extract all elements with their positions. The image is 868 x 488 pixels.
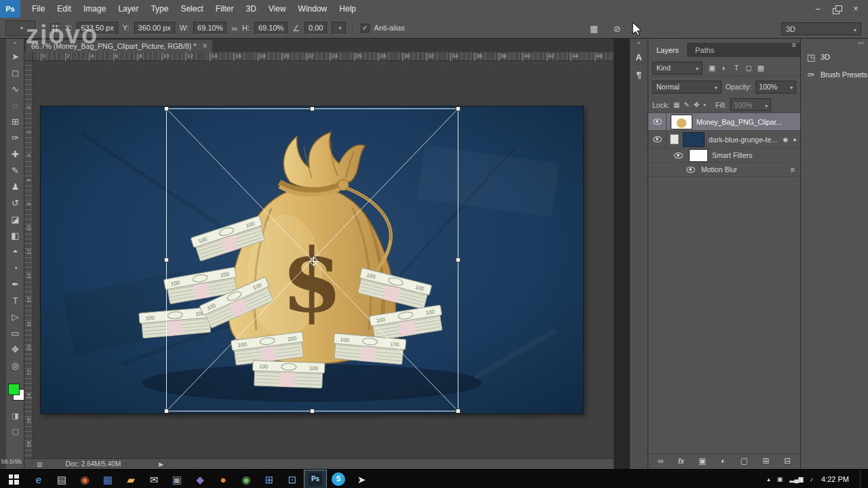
clone-stamp-tool[interactable]: ♟ (6, 178, 24, 195)
character-panel-icon[interactable]: A (630, 48, 648, 66)
visibility-toggle[interactable] (648, 131, 667, 148)
opacity-field[interactable]: 100% (755, 81, 796, 94)
strip-collapse-icon[interactable]: « (630, 39, 648, 48)
taskbar-ie[interactable]: e (27, 470, 50, 488)
adjustment-layer-icon[interactable]: ◐ (721, 456, 726, 466)
shape-tool[interactable]: ▭ (6, 325, 24, 341)
screen-mode-button[interactable]: ▢ (6, 424, 24, 439)
taskbar-media-player[interactable]: ◉ (73, 470, 96, 488)
transform-handle-bottom-right[interactable] (456, 409, 460, 413)
menu-type[interactable]: Type (144, 0, 174, 18)
type-tool[interactable]: T (6, 292, 24, 308)
taskbar-app-window[interactable]: ⊞ (258, 470, 281, 488)
cancel-transform-button[interactable] (609, 22, 625, 35)
taskbar-monitor[interactable]: ⊡ (281, 470, 304, 488)
taskbar-chrome[interactable]: ◉ (235, 470, 258, 488)
paragraph-panel-icon[interactable]: ¶ (630, 66, 648, 83)
taskbar-app-blue[interactable]: ▦ (96, 470, 119, 488)
status-options-arrow-icon[interactable]: ▶ (159, 461, 163, 468)
rotation-field[interactable]: 0.00 (304, 22, 327, 35)
layer-name[interactable]: dark-blue-grunge-te... (709, 136, 777, 144)
canvas-viewport[interactable]: 100 100 (33, 61, 614, 458)
close-button[interactable]: × (846, 1, 865, 16)
eraser-tool[interactable]: ◪ (6, 211, 24, 227)
filter-mask-thumbnail[interactable] (689, 149, 708, 162)
dodge-tool[interactable]: ◔ (6, 260, 24, 276)
taskbar-mail[interactable]: ✉ (142, 470, 165, 488)
filter-kind-dropdown[interactable]: Kind (652, 62, 703, 75)
menu-select[interactable]: Select (174, 0, 209, 18)
filter-type-layers-icon[interactable]: T (732, 64, 741, 73)
filter-pixel-layers-icon[interactable]: ▣ (707, 64, 717, 73)
taskbar-app-violet[interactable]: ◆ (189, 470, 212, 488)
layer-row-money-bag[interactable]: Money_Bag_PNG_Clipar... (648, 113, 800, 131)
anti-alias-checkbox[interactable] (361, 24, 370, 33)
new-layer-icon[interactable]: ⊞ (762, 456, 769, 466)
dock-collapse-icon[interactable]: «« (801, 39, 868, 48)
y-position-field[interactable]: 360.00 px (134, 22, 175, 35)
tab-paths[interactable]: Paths (687, 43, 722, 57)
lock-pixels-icon[interactable]: ✎ (684, 101, 690, 108)
healing-brush-tool[interactable]: ✚ (6, 146, 24, 162)
close-tab-icon[interactable]: × (202, 41, 207, 51)
width-field[interactable]: 69.10% (193, 22, 226, 35)
maintain-aspect-ratio-icon[interactable] (231, 22, 237, 34)
marquee-tool[interactable]: ◻ (6, 64, 24, 81)
transform-handle-top-center[interactable] (310, 106, 315, 111)
hand-tool[interactable]: ✥ (6, 341, 24, 357)
gradient-tool[interactable]: ◧ (6, 227, 24, 243)
eyedropper-tool[interactable]: ✑ (6, 129, 24, 146)
panel-3d[interactable]: ◳3D (801, 48, 868, 66)
layer-row-background-texture[interactable]: dark-blue-grunge-te... ◉ ▲ (648, 131, 800, 148)
move-tool[interactable]: ➤ (6, 48, 24, 64)
lock-all-icon[interactable]: ▪ (703, 101, 706, 108)
workspace-switcher[interactable]: 3D (781, 22, 861, 35)
collapse-smart-filters-icon[interactable]: ▲ (792, 136, 797, 142)
menu-3d[interactable]: 3D (239, 0, 262, 18)
layer-thumbnail[interactable] (683, 132, 705, 147)
filter-shape-layers-icon[interactable]: ◻ (744, 64, 753, 73)
tray-status-icon[interactable]: ▣ (777, 476, 783, 483)
restore-button[interactable] (827, 1, 846, 16)
menu-edit[interactable]: Edit (51, 0, 77, 18)
lock-position-icon[interactable]: ✥ (694, 101, 699, 108)
layer-style-icon[interactable]: fx (678, 458, 684, 465)
transform-reference-point[interactable] (310, 258, 317, 265)
filter-blending-options-icon[interactable]: ≡ (791, 165, 795, 174)
path-selection-tool[interactable]: ▷ (6, 308, 24, 325)
lock-transparency-icon[interactable]: ▦ (673, 101, 679, 108)
blend-mode-dropdown[interactable]: Normal (652, 81, 722, 94)
tray-expand-icon[interactable]: ▴ (767, 476, 770, 483)
panel-menu-icon[interactable]: ≡ (792, 41, 796, 49)
zoom-tool[interactable]: ◎ (6, 357, 24, 373)
start-button[interactable] (0, 470, 27, 488)
taskbar-explorer[interactable]: ▤ (50, 470, 73, 488)
filter-adjustment-layers-icon[interactable]: ◐ (719, 64, 729, 73)
menu-file[interactable]: File (26, 0, 51, 18)
menu-help[interactable]: Help (333, 0, 362, 18)
transform-handle-top-right[interactable] (456, 106, 460, 111)
minimize-button[interactable]: – (808, 1, 827, 16)
transform-handle-bottom-center[interactable] (310, 409, 315, 413)
transform-handle-top-left[interactable] (164, 106, 169, 111)
tray-network-icon[interactable]: ▂▄▆ (789, 476, 803, 483)
transform-handle-middle-left[interactable] (164, 258, 169, 262)
transform-handle-middle-right[interactable] (456, 258, 460, 262)
visibility-toggle[interactable] (671, 148, 685, 162)
pen-tool[interactable]: ✒ (6, 276, 24, 292)
crop-tool[interactable]: ⊞ (6, 113, 24, 129)
fill-field[interactable]: 100% (730, 98, 771, 111)
new-group-icon[interactable]: ▢ (741, 456, 748, 466)
lasso-tool[interactable]: ∿ (6, 81, 24, 97)
height-field[interactable]: 69.10% (254, 22, 288, 35)
panel-brush-presets[interactable]: ✑Brush Presets (801, 66, 868, 83)
foreground-color-swatch[interactable] (8, 384, 20, 395)
interpolation-dropdown[interactable] (332, 22, 345, 35)
taskbar-clock[interactable]: 4:22 PM (821, 475, 849, 483)
menu-window[interactable]: Window (292, 0, 334, 18)
layer-name[interactable]: Money_Bag_PNG_Clipar... (696, 118, 782, 126)
layer-thumbnail[interactable] (671, 115, 692, 129)
menu-view[interactable]: View (262, 0, 292, 18)
blur-tool[interactable]: ◓ (6, 243, 24, 260)
add-layer-mask-icon[interactable]: ▣ (698, 456, 706, 466)
